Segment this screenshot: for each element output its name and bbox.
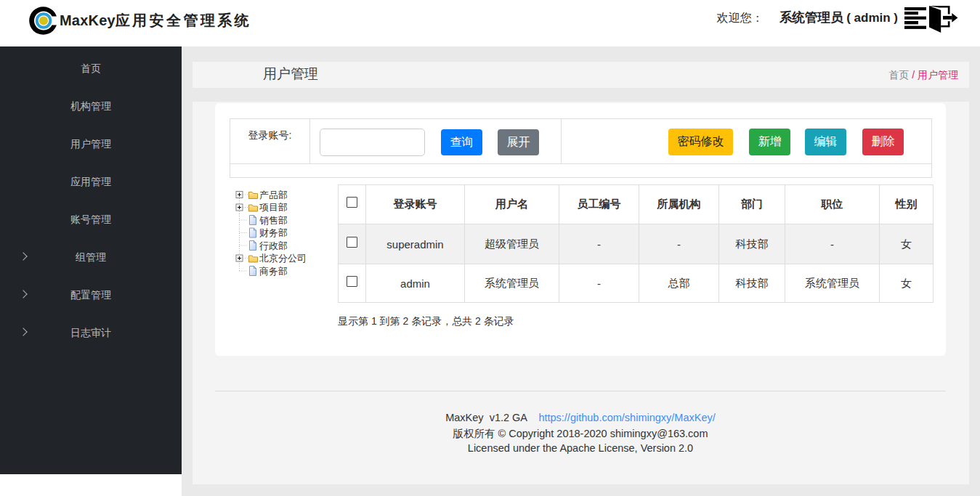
svg-text:产品部: 产品部	[259, 190, 288, 200]
svg-text:北京分公司: 北京分公司	[259, 253, 307, 264]
svg-text:行政部: 行政部	[259, 240, 288, 251]
svg-text:项目部: 项目部	[259, 202, 288, 213]
svg-text:商务部: 商务部	[259, 266, 288, 277]
svg-text:财务部: 财务部	[259, 227, 288, 238]
svg-text:销售部: 销售部	[259, 215, 288, 226]
